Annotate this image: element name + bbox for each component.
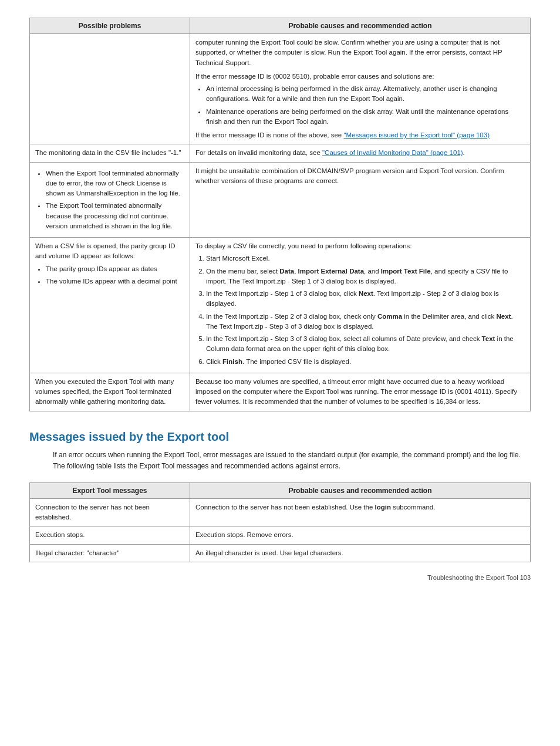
col2-header: Probable causes and recommended action [190, 18, 530, 34]
list-item: Maintenance operations are being perform… [206, 107, 525, 127]
row2-right: For details on invalid monitoring data, … [190, 144, 530, 162]
messages-link[interactable]: "Messages issued by the Export tool" (pa… [343, 131, 490, 139]
row1-right: computer running the Export Tool could b… [190, 34, 530, 144]
list-item: In the Text Import.zip - Step 3 of 3 dia… [206, 334, 525, 355]
row4-left: When a CSV file is opened, the parity gr… [30, 238, 190, 373]
row2-text: For details on invalid monitoring data, … [195, 149, 322, 156]
list-item: Click Finish. The imported CSV file is d… [206, 357, 525, 367]
table-row: When you executed the Export Tool with m… [30, 373, 531, 411]
row5-left: When you executed the Export Tool with m… [30, 373, 190, 411]
row4-steps: Start Microsoft Excel. On the menu bar, … [206, 254, 525, 367]
list-item: The volume IDs appear with a decimal poi… [46, 276, 184, 286]
row4-left-intro: When a CSV file is opened, the parity gr… [35, 241, 184, 262]
row2-left: The monitoring data in the CSV file incl… [30, 144, 190, 162]
list-item: In the Text Import.zip - Step 2 of 3 dia… [206, 312, 525, 332]
list-item: An internal processing is being performe… [206, 84, 525, 104]
main-table: Possible problems Probable causes and re… [29, 18, 531, 411]
row2-period: . [463, 149, 465, 156]
table-row: Illegal character: "character" An illega… [30, 544, 531, 562]
second-table: Export Tool messages Probable causes and… [29, 482, 531, 562]
col1-header: Possible problems [30, 18, 190, 34]
list-item: When the Export Tool terminated abnormal… [46, 168, 184, 199]
row4-left-bullets: The parity group IDs appear as dates The… [46, 264, 184, 287]
col1-header2: Export Tool messages [30, 482, 190, 498]
list-item: On the menu bar, select Data, Import Ext… [206, 266, 525, 287]
table-row: When a CSV file is opened, the parity gr… [30, 238, 531, 373]
row4-right-intro: To display a CSV file correctly, you nee… [195, 241, 525, 251]
list-item: Start Microsoft Excel. [206, 254, 525, 264]
row3-right: It might be unsuitable combination of DK… [190, 162, 530, 238]
list-item: In the Text Import.zip - Step 1 of 3 dia… [206, 289, 525, 309]
t2-row1-left: Connection to the server has not been es… [30, 498, 190, 526]
col2-header2: Probable causes and recommended action [190, 482, 530, 498]
section-intro: If an error occurs when running the Expo… [29, 450, 531, 472]
row1-link-para: If the error message ID is none of the a… [195, 130, 525, 140]
t2-row2-left: Execution stops. [30, 526, 190, 544]
row5-right: Because too many volumes are specified, … [190, 373, 530, 411]
t2-row3-right: An illegal character is used. Use legal … [190, 544, 530, 562]
list-item: The parity group IDs appear as dates [46, 264, 184, 274]
row1-left [30, 34, 190, 144]
row1-bullet-list: An internal processing is being performe… [206, 84, 525, 127]
t2-row3-left: Illegal character: "character" [30, 544, 190, 562]
invalid-monitoring-link[interactable]: "Causes of Invalid Monitoring Data" (pag… [322, 149, 463, 156]
table-row: Execution stops. Execution stops. Remove… [30, 526, 531, 544]
t2-row2-right: Execution stops. Remove errors. [190, 526, 530, 544]
table-row: When the Export Tool terminated abnormal… [30, 162, 531, 238]
row3-left-bullets: When the Export Tool terminated abnormal… [46, 168, 184, 232]
table-row: computer running the Export Tool could b… [30, 34, 531, 144]
table-row: The monitoring data in the CSV file incl… [30, 144, 531, 162]
row3-left: When the Export Tool terminated abnormal… [30, 162, 190, 238]
table-row: Connection to the server has not been es… [30, 498, 531, 526]
row4-right: To display a CSV file correctly, you nee… [190, 238, 530, 373]
list-item: The Export Tool terminated abnormally be… [46, 201, 184, 231]
section-heading: Messages issued by the Export tool [29, 430, 531, 444]
t2-row1-right: Connection to the server has not been es… [190, 498, 530, 526]
row1-para2: If the error message ID is (0002 5510), … [195, 72, 525, 82]
page-footer: Troubleshooting the Export Tool 103 [29, 574, 531, 581]
row1-para1: computer running the Export Tool could b… [195, 38, 525, 68]
